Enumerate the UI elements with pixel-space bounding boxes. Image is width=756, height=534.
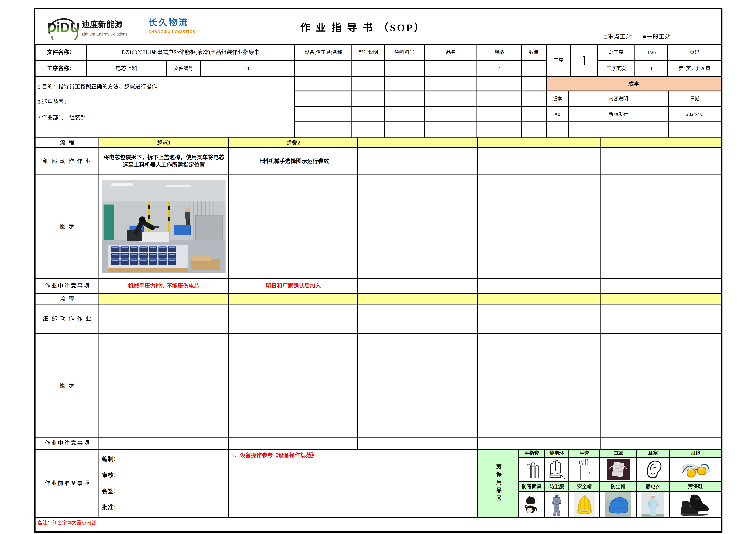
diagram-row-label: 图示 — [35, 175, 99, 278]
empty-cell — [521, 122, 546, 138]
safety-glasses-icon — [669, 457, 721, 482]
purpose-line-3: 3.作业部门：组装部 — [38, 114, 86, 121]
process-name-value: 电芯上料 — [87, 61, 166, 77]
empty-cell — [352, 77, 385, 91]
ppe-label-hard-hat: 安全帽 — [569, 482, 600, 492]
version-date-value: 2024/4/3 — [668, 107, 721, 122]
safety-shoes-icon — [669, 492, 721, 518]
empty-cell — [601, 334, 721, 437]
qty-label: 数量 — [521, 44, 546, 61]
empty-cell — [99, 304, 229, 334]
step2-header: 步骤2 — [229, 138, 358, 147]
step-header-empty — [601, 294, 721, 304]
step-header-empty — [601, 138, 721, 147]
empty-cell — [478, 334, 601, 437]
changjiu-logo: 长久物流 CHANGJIU LOGISTICS — [147, 16, 211, 39]
empty-cell — [668, 122, 721, 138]
empty-cell — [521, 91, 546, 107]
step1-header: 步骤1 — [99, 138, 229, 147]
process-photo — [102, 180, 226, 273]
station-type-flags: □重点工站 ■一般工站 — [604, 32, 671, 40]
empty-cell — [295, 77, 352, 91]
total-process-value: 1/26 — [635, 44, 668, 61]
diagram-step1-cell — [99, 175, 229, 278]
empty-cell — [478, 437, 601, 449]
ppe-label-esd-coat: 静电衣 — [636, 482, 669, 492]
esd-coat-icon — [636, 492, 669, 518]
empty-cell — [295, 91, 352, 107]
empty-cell — [385, 107, 425, 122]
empty-cell — [601, 437, 721, 449]
version-col-header: 版本 — [546, 91, 568, 107]
ppe-label-dust-suit: 防尘服 — [545, 482, 569, 492]
model-value-empty — [352, 61, 385, 77]
prepared-by-label: 编制： — [102, 455, 119, 463]
respirator-icon — [519, 492, 545, 518]
page-title: 作 业 指 导 书 （SOP） — [264, 9, 462, 44]
equipment-value-empty — [295, 61, 352, 77]
diagram-row-label-2: 图示 — [35, 334, 99, 437]
step-header-empty — [358, 138, 478, 147]
spec-value: / — [477, 61, 521, 77]
empty-cell — [425, 91, 477, 107]
empty-cell — [478, 147, 601, 175]
esd-wrist-strap-icon — [545, 457, 569, 482]
prep-row-label: 作业前准备事项 — [35, 449, 99, 518]
empty-cell — [99, 334, 229, 437]
ppe-label-respirator: 防毒面具 — [519, 482, 545, 492]
signature-block: 编制： 审核： 会签： 批准： — [99, 449, 229, 518]
top-band: DiDU 迪度新能源 Lithium Energy Solutions 长久物流… — [35, 9, 721, 44]
changjiu-en-text: CHANGJIU LOGISTICS — [148, 30, 195, 34]
detail-row-label: 细部动作作业 — [35, 147, 99, 175]
didu-cn-text: 迪度新能源 — [82, 20, 123, 29]
caution-row-label-2: 作业中注意事项 — [35, 437, 99, 449]
empty-cell — [358, 278, 478, 294]
glove-icon — [569, 457, 600, 482]
spec-label: 规格 — [477, 44, 521, 61]
version-desc-header: 内容说明 — [568, 91, 668, 107]
sop-sheet: DiDU 迪度新能源 Lithium Energy Solutions 长久物流… — [0, 0, 756, 534]
caution-row-label: 作业中注意事项 — [35, 278, 99, 294]
empty-cell — [352, 122, 385, 138]
step-header-empty — [358, 294, 478, 304]
empty-cell — [477, 77, 521, 91]
empty-cell — [425, 77, 477, 91]
part-name-label: 品名 — [425, 44, 477, 61]
empty-cell — [358, 175, 478, 278]
file-name-value: DZ100233L1组串式户外储能柜(液冷)产品组装作业指导书 — [87, 44, 295, 61]
ppe-label-mask: 口罩 — [600, 449, 636, 457]
empty-cell — [352, 91, 385, 107]
empty-cell — [601, 175, 721, 278]
empty-cell — [295, 122, 352, 138]
empty-cell — [425, 122, 477, 138]
ppe-label-safety-shoes: 劳保鞋 — [669, 482, 721, 492]
empty-cell — [601, 304, 721, 334]
version-desc-value: 新版发行 — [568, 107, 668, 122]
ppe-label-glasses: 眼镜 — [669, 449, 721, 457]
didu-mark-text: DiDU — [47, 20, 80, 35]
detail-step1-text: 将电芯包装拆下，拆下上盖泡棉，使用叉车将电芯运至上料机器人工作所需指定位置 — [99, 147, 229, 175]
ear-earplug-icon — [636, 457, 669, 482]
dust-suit-icon — [545, 492, 569, 518]
empty-cell — [568, 122, 668, 138]
detail-step2-text: 上料机械手选择图示运行参数 — [229, 147, 358, 175]
file-no-value: 0 — [201, 61, 295, 77]
empty-cell — [521, 107, 546, 122]
process-page-value: 1 — [635, 61, 668, 77]
didu-en-text: Lithium Energy Solutions — [82, 32, 127, 37]
ppe-label-esd-strap: 静电环 — [545, 449, 569, 457]
empty-cell — [521, 77, 546, 91]
part-name-value-empty — [425, 61, 477, 77]
material-no-label: 物料料号 — [385, 44, 425, 61]
ppe-label-gloves: 手套 — [569, 449, 600, 457]
flow-row-label: 流程 — [35, 138, 99, 147]
file-no-label: 文件编号 — [166, 61, 201, 77]
caution-step2-text: 明日和厂家确认后加入 — [229, 278, 358, 294]
empty-cell — [385, 122, 425, 138]
didu-logo: DiDU 迪度新能源 Lithium Energy Solutions — [43, 13, 144, 40]
equipment-label: 设备(治工具)名称 — [295, 44, 352, 61]
step-header-empty — [478, 138, 601, 147]
model-label: 型号说明 — [352, 44, 385, 61]
face-mask-icon — [600, 457, 636, 482]
empty-cell — [358, 437, 478, 449]
